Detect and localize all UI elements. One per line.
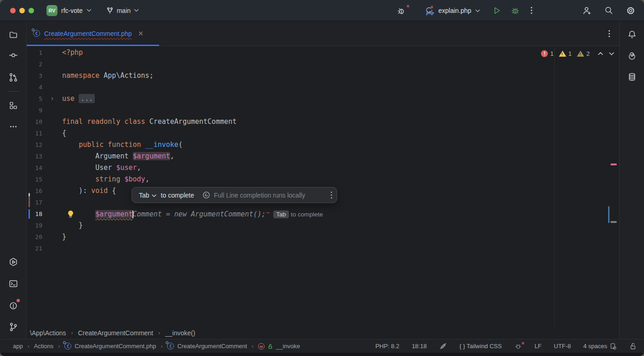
navbar-item-method[interactable]: __invoke bbox=[258, 343, 300, 350]
scrollbar-error-marker[interactable] bbox=[610, 163, 617, 165]
code-line[interactable]: 21 bbox=[27, 243, 619, 254]
ai-assistant-tool-button[interactable] bbox=[624, 47, 640, 64]
code-text: use ... bbox=[62, 93, 95, 105]
inspections-widget[interactable]: ! 1 1 2 bbox=[541, 50, 615, 57]
line-separator-widget[interactable]: LF bbox=[535, 343, 541, 350]
line-number[interactable]: 21 bbox=[27, 243, 42, 254]
gear-icon bbox=[626, 6, 636, 16]
debugger-status-widget[interactable]: × bbox=[514, 342, 522, 350]
file-lock-widget[interactable] bbox=[629, 342, 637, 350]
previous-problem-button[interactable] bbox=[598, 52, 604, 56]
code-editor[interactable]: 1<?php23namespace App\Actions;45›use ...… bbox=[27, 46, 619, 327]
code-line[interactable]: 4 bbox=[27, 82, 619, 93]
code-line[interactable]: 15 string $body, bbox=[27, 174, 619, 185]
line-number[interactable]: 13 bbox=[27, 151, 42, 162]
line-number[interactable]: 11 bbox=[27, 128, 42, 139]
close-tab-icon[interactable]: ✕ bbox=[138, 29, 144, 38]
window-bottom-edge bbox=[0, 353, 644, 356]
line-number[interactable]: 5 bbox=[27, 93, 42, 105]
commit-tool-button[interactable] bbox=[5, 47, 22, 64]
code-line[interactable]: 20} bbox=[27, 231, 619, 243]
completion-options-button[interactable] bbox=[331, 192, 332, 198]
code-line[interactable]: 2 bbox=[27, 58, 619, 70]
fold-chevron-icon[interactable]: › bbox=[42, 93, 62, 105]
close-window-button[interactable] bbox=[10, 8, 16, 13]
version-control-tool-button[interactable] bbox=[5, 319, 22, 335]
code-line[interactable]: 5›use ... bbox=[27, 93, 619, 105]
more-tool-windows-button[interactable] bbox=[5, 118, 22, 135]
line-number[interactable]: 19 bbox=[27, 220, 42, 231]
code-line[interactable]: 13 Argument $argument, bbox=[27, 151, 619, 162]
minimize-window-button[interactable] bbox=[19, 8, 25, 13]
run-configuration-name[interactable]: explain.php bbox=[438, 7, 472, 14]
next-problem-button[interactable] bbox=[609, 52, 615, 56]
line-number[interactable]: 2 bbox=[27, 58, 42, 70]
code-line[interactable]: 19 } bbox=[27, 220, 619, 231]
tailwind-widget[interactable]: { } Tailwind CSS bbox=[460, 343, 502, 350]
tab-createargumentcomment[interactable]: CreateArgumentComment.php ✕ bbox=[27, 21, 159, 46]
code-line[interactable]: 14 User $user, bbox=[27, 162, 619, 174]
breadcrumb-method[interactable]: __invoke() bbox=[165, 329, 195, 337]
editor-breadcrumbs: \App\Actions › CreateArgumentComment › _… bbox=[27, 327, 619, 339]
tab-key-label[interactable]: Tab bbox=[139, 192, 150, 199]
debug-button[interactable] bbox=[511, 6, 520, 15]
terminal-tool-button[interactable] bbox=[5, 275, 22, 292]
zoom-window-button[interactable] bbox=[29, 8, 34, 13]
project-tool-button[interactable] bbox=[5, 26, 22, 43]
more-ellipsis-icon bbox=[8, 122, 18, 132]
tab-options-button[interactable] bbox=[609, 30, 610, 37]
code-line[interactable]: 9 bbox=[27, 105, 619, 116]
run-button[interactable] bbox=[492, 6, 501, 15]
line-number[interactable]: 14 bbox=[27, 162, 42, 174]
branch-widget[interactable]: main bbox=[106, 7, 139, 14]
search-everywhere-button[interactable] bbox=[604, 6, 614, 15]
more-run-actions-button[interactable] bbox=[531, 7, 532, 14]
caret-position-widget[interactable]: 18:18 bbox=[412, 343, 427, 350]
navbar-separator: › bbox=[28, 343, 29, 350]
structure-tool-button[interactable] bbox=[5, 97, 22, 114]
breadcrumb-class[interactable]: CreateArgumentComment bbox=[78, 329, 153, 337]
attach-debugger-off-button[interactable]: × bbox=[397, 6, 407, 16]
to-complete-label: to complete bbox=[161, 192, 194, 199]
scrollbar-caret-marker[interactable] bbox=[608, 206, 610, 223]
code-line[interactable]: 3namespace App\Actions; bbox=[27, 70, 619, 82]
line-number[interactable]: 12 bbox=[27, 139, 42, 151]
navbar-item-actions[interactable]: Actions bbox=[34, 343, 54, 350]
php-version-widget[interactable]: PHP: 8.2 bbox=[375, 343, 399, 350]
settings-button[interactable] bbox=[626, 6, 636, 16]
navbar-item-app[interactable]: app bbox=[13, 343, 23, 350]
highlighting-level-widget[interactable] bbox=[439, 342, 447, 350]
scrollbar-change-marker[interactable] bbox=[610, 221, 617, 223]
notifications-tool-button[interactable] bbox=[624, 26, 640, 43]
code-line[interactable]: 11{ bbox=[27, 128, 619, 139]
code-text: namespace App\Actions; bbox=[62, 70, 154, 82]
encoding-widget[interactable]: UTF-8 bbox=[554, 343, 571, 350]
pull-requests-tool-button[interactable] bbox=[5, 69, 22, 86]
line-number[interactable]: 1 bbox=[27, 47, 42, 58]
line-number[interactable]: 4 bbox=[27, 82, 42, 93]
line-number[interactable]: 9 bbox=[27, 105, 42, 116]
navbar-item-class[interactable]: CreateArgumentComment bbox=[167, 343, 247, 350]
line-number[interactable]: 20 bbox=[27, 231, 42, 243]
navbar-item-file[interactable]: CreateArgumentComment.php bbox=[64, 343, 156, 350]
code-with-me-button[interactable] bbox=[582, 6, 592, 16]
line-number[interactable]: 10 bbox=[27, 116, 42, 128]
pull-request-icon bbox=[8, 72, 18, 82]
code-line[interactable]: 12 public function __invoke( bbox=[27, 139, 619, 151]
breadcrumb-namespace[interactable]: \App\Actions bbox=[30, 329, 66, 337]
problems-tool-button[interactable] bbox=[5, 297, 22, 314]
problems-badge bbox=[17, 299, 20, 302]
line-number[interactable]: 15 bbox=[27, 174, 42, 185]
chevron-down-icon[interactable] bbox=[152, 194, 156, 197]
line-number[interactable]: 3 bbox=[27, 70, 42, 82]
code-line[interactable]: 18 $argumentComment = new ArgumentCommen… bbox=[27, 208, 619, 220]
indent-widget[interactable]: 4 spaces bbox=[583, 343, 617, 350]
code-line[interactable]: 1<?php bbox=[27, 47, 619, 58]
debugger-bug-icon bbox=[397, 6, 407, 16]
database-tool-button[interactable] bbox=[624, 69, 640, 85]
public-visibility-icon bbox=[268, 344, 273, 349]
gutter bbox=[42, 162, 62, 174]
code-line[interactable]: 10final readonly class CreateArgumentCom… bbox=[27, 116, 619, 128]
project-widget[interactable]: RV rfc-vote bbox=[46, 5, 92, 16]
run-tool-button[interactable] bbox=[5, 254, 22, 270]
